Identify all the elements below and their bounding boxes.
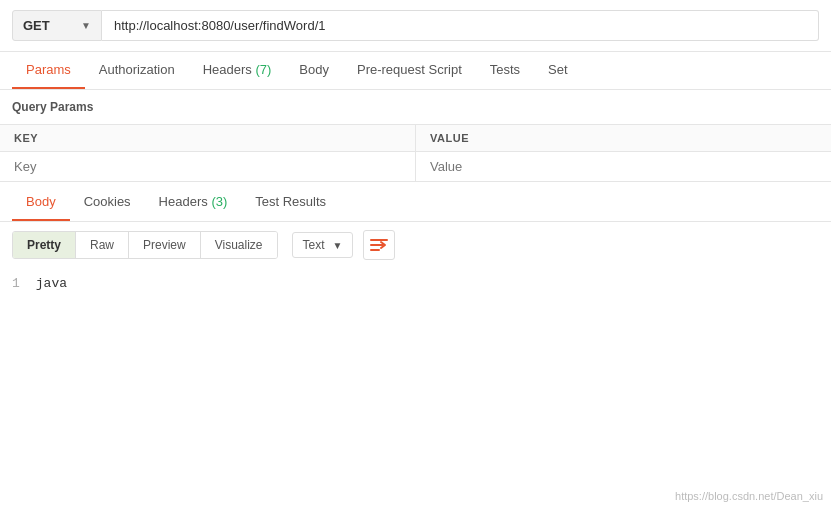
text-format-label: Text xyxy=(303,238,325,252)
wrap-button[interactable] xyxy=(363,230,395,260)
format-preview-button[interactable]: Preview xyxy=(129,232,201,258)
text-format-arrow-icon: ▼ xyxy=(333,240,343,251)
response-section: Body Cookies Headers (3) Test Results Pr… xyxy=(0,184,831,299)
tab-test-results[interactable]: Test Results xyxy=(241,184,340,221)
tab-headers[interactable]: Headers (7) xyxy=(189,52,286,89)
watermark: https://blog.csdn.net/Dean_xiu xyxy=(675,490,823,502)
code-line: 1 java xyxy=(12,276,819,291)
method-dropdown[interactable]: GET ▼ xyxy=(12,10,102,41)
tab-settings[interactable]: Set xyxy=(534,52,582,89)
table-row xyxy=(0,152,831,182)
tab-cookies[interactable]: Cookies xyxy=(70,184,145,221)
format-button-group: Pretty Raw Preview Visualize xyxy=(12,231,278,259)
method-label: GET xyxy=(23,18,50,33)
tab-pre-request-script[interactable]: Pre-request Script xyxy=(343,52,476,89)
url-input[interactable] xyxy=(102,10,819,41)
tab-response-body[interactable]: Body xyxy=(12,184,70,221)
request-tabs: Params Authorization Headers (7) Body Pr… xyxy=(0,52,831,90)
tab-tests[interactable]: Tests xyxy=(476,52,534,89)
tab-response-headers[interactable]: Headers (3) xyxy=(145,184,242,221)
query-params-header: Query Params xyxy=(0,90,831,124)
line-number: 1 xyxy=(12,276,20,291)
key-input[interactable] xyxy=(14,159,401,174)
value-input[interactable] xyxy=(430,159,817,174)
response-headers-badge: (3) xyxy=(211,194,227,209)
key-column-header: KEY xyxy=(0,125,416,152)
code-content: java xyxy=(36,276,67,291)
headers-badge: (7) xyxy=(255,62,271,77)
tab-authorization[interactable]: Authorization xyxy=(85,52,189,89)
text-format-dropdown[interactable]: Text ▼ xyxy=(292,232,354,258)
tab-params[interactable]: Params xyxy=(12,52,85,89)
format-bar: Pretty Raw Preview Visualize Text ▼ xyxy=(0,222,831,268)
wrap-icon xyxy=(370,237,388,253)
tab-body[interactable]: Body xyxy=(285,52,343,89)
response-tabs: Body Cookies Headers (3) Test Results xyxy=(0,184,831,222)
url-bar: GET ▼ xyxy=(0,0,831,52)
format-pretty-button[interactable]: Pretty xyxy=(13,232,76,258)
params-table: KEY VALUE xyxy=(0,124,831,182)
value-column-header: VALUE xyxy=(416,125,832,152)
response-body: 1 java xyxy=(0,268,831,299)
format-raw-button[interactable]: Raw xyxy=(76,232,129,258)
method-arrow-icon: ▼ xyxy=(81,20,91,31)
format-visualize-button[interactable]: Visualize xyxy=(201,232,277,258)
